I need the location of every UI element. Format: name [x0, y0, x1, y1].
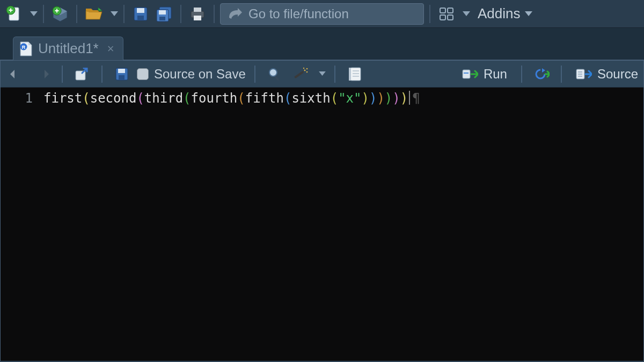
- new-project-button[interactable]: [49, 3, 71, 25]
- new-file-button[interactable]: [3, 3, 25, 25]
- open-folder-icon: [85, 6, 103, 21]
- grid-icon: [439, 7, 454, 21]
- grid-button[interactable]: [436, 3, 457, 25]
- code-editor[interactable]: 1 first(second(third(fourth(fifth(sixth(…: [1, 88, 643, 361]
- paren-close-2: ): [392, 91, 400, 106]
- print-button[interactable]: [187, 3, 208, 25]
- wand-icon: [292, 67, 309, 81]
- svg-rect-35: [349, 68, 351, 81]
- paren-close-5: ): [369, 91, 377, 106]
- svg-rect-20: [448, 15, 453, 20]
- separator: [180, 5, 181, 23]
- source-panel: Source on Save: [0, 60, 644, 361]
- source-on-save[interactable]: Source on Save: [137, 67, 246, 82]
- paren-open-1: (: [82, 91, 90, 106]
- svg-rect-9: [137, 16, 144, 20]
- source-button[interactable]: Source: [570, 67, 638, 82]
- run-button[interactable]: Run: [457, 67, 513, 82]
- svg-rect-8: [137, 8, 144, 13]
- new-file-dropdown[interactable]: [30, 11, 38, 17]
- tab-strip: R Untitled1* ×: [0, 28, 644, 60]
- save-icon: [133, 6, 148, 21]
- source-on-save-label: Source on Save: [154, 67, 246, 82]
- paren-close-4: ): [377, 91, 384, 106]
- save-all-button[interactable]: [153, 3, 175, 25]
- svg-rect-12: [159, 10, 166, 15]
- svg-rect-13: [159, 17, 165, 20]
- paren-close-6: ): [361, 91, 369, 106]
- save-doc-button[interactable]: [111, 63, 133, 85]
- separator: [101, 66, 103, 83]
- svg-rect-17: [440, 8, 445, 13]
- svg-rect-29: [294, 70, 304, 78]
- source-label: Source: [597, 67, 638, 82]
- grid-dropdown[interactable]: [463, 11, 470, 17]
- paren-close-3: ): [385, 91, 392, 106]
- text-cursor: [409, 91, 410, 105]
- run-icon: [462, 68, 478, 81]
- svg-rect-18: [448, 8, 453, 13]
- notebook-icon: [348, 67, 362, 82]
- separator: [254, 66, 255, 83]
- goto-file-function[interactable]: Go to file/function: [220, 3, 424, 25]
- token-fourth: fourth: [191, 91, 238, 106]
- svg-point-27: [269, 69, 277, 76]
- svg-rect-39: [463, 70, 470, 78]
- code-area[interactable]: first(second(third(fourth(fifth(sixth("x…: [43, 88, 643, 361]
- token-second: second: [90, 91, 137, 106]
- separator: [214, 5, 215, 23]
- separator: [521, 66, 522, 83]
- svg-rect-16: [194, 16, 201, 20]
- source-on-save-checkbox[interactable]: [137, 68, 149, 80]
- svg-rect-34: [350, 68, 361, 81]
- svg-point-32: [306, 71, 308, 73]
- nav-forward-button[interactable]: [32, 63, 53, 85]
- tab-untitled1[interactable]: R Untitled1* ×: [13, 37, 123, 60]
- svg-rect-28: [274, 76, 280, 81]
- svg-point-33: [303, 67, 304, 68]
- token-third: third: [144, 91, 183, 106]
- svg-point-31: [306, 68, 308, 69]
- goto-arrow-icon: [228, 8, 242, 20]
- run-label: Run: [484, 67, 507, 82]
- arrow-left-icon: [10, 68, 23, 80]
- save-button[interactable]: [130, 3, 151, 25]
- show-in-window-button[interactable]: [71, 63, 93, 85]
- find-button[interactable]: [264, 63, 286, 85]
- svg-rect-40: [464, 73, 469, 74]
- code-tools-dropdown[interactable]: [319, 71, 326, 76]
- token-sixth: sixth: [291, 91, 330, 106]
- addins-menu[interactable]: Addins: [472, 5, 538, 22]
- open-file-button[interactable]: [83, 3, 105, 25]
- line-number: 1: [1, 91, 33, 106]
- svg-point-30: [304, 69, 305, 71]
- paren-close-1: ): [400, 91, 408, 106]
- chevron-down-icon: [525, 11, 532, 17]
- project-icon: [52, 6, 69, 22]
- compile-report-button[interactable]: [344, 63, 365, 85]
- magnifier-icon: [268, 67, 282, 81]
- open-recent-dropdown[interactable]: [111, 11, 118, 17]
- tab-title: Untitled1*: [38, 40, 99, 57]
- separator: [561, 66, 562, 83]
- separator: [43, 5, 44, 23]
- token-string: "x": [338, 91, 361, 106]
- popout-icon: [75, 68, 89, 81]
- goto-placeholder: Go to file/function: [248, 6, 349, 21]
- nav-back-button[interactable]: [6, 63, 27, 85]
- close-tab-button[interactable]: ×: [107, 42, 114, 56]
- main-toolbar: Go to file/function Addins: [0, 0, 644, 28]
- token-first: first: [43, 91, 82, 106]
- paren-open-4: (: [237, 91, 245, 106]
- arrow-right-icon: [36, 68, 49, 80]
- rerun-button[interactable]: [531, 63, 552, 85]
- code-tools-button[interactable]: [290, 63, 311, 85]
- svg-rect-25: [118, 69, 125, 73]
- source-icon: [576, 68, 592, 81]
- separator: [62, 66, 63, 83]
- svg-text:R: R: [22, 44, 26, 49]
- line-gutter: 1: [1, 88, 43, 361]
- r-file-icon: R: [19, 41, 33, 57]
- print-icon: [189, 6, 206, 21]
- separator: [76, 5, 77, 23]
